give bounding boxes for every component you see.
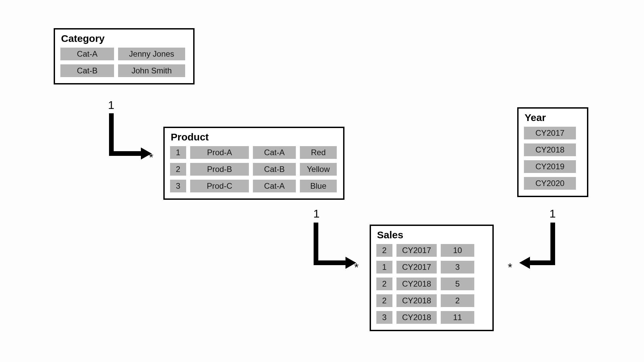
table-row: 2 CY2018 2 xyxy=(376,294,487,307)
cell: 2 xyxy=(376,244,392,257)
cell: Prod-B xyxy=(190,163,249,176)
cell: Red xyxy=(300,146,337,159)
cell: John Smith xyxy=(118,64,185,77)
entity-sales: Sales 2 CY2017 10 1 CY2017 3 2 CY2018 5 … xyxy=(370,225,494,331)
cardinality-label: 1 xyxy=(313,207,320,220)
table-row: Cat-A Jenny Jones xyxy=(60,48,188,60)
arrow-category-to-product xyxy=(107,111,154,164)
table-row: CY2019 xyxy=(524,160,582,173)
cardinality-label: * xyxy=(149,151,153,164)
entity-category-title: Category xyxy=(61,33,188,44)
table-row: CY2017 xyxy=(524,127,582,139)
cardinality-label: 1 xyxy=(108,99,114,112)
table-row: 2 Prod-B Cat-B Yellow xyxy=(170,163,338,176)
table-row: CY2018 xyxy=(524,143,582,156)
cell: Prod-C xyxy=(190,180,249,192)
cardinality-label: 1 xyxy=(549,207,556,220)
entity-sales-title: Sales xyxy=(377,229,487,241)
cell: 5 xyxy=(441,278,474,290)
cell: Cat-A xyxy=(253,180,296,192)
arrow-year-to-sales xyxy=(517,220,564,274)
cell: 3 xyxy=(170,180,186,192)
cardinality-label: * xyxy=(508,261,512,274)
cell: Yellow xyxy=(300,163,337,176)
cell: CY2018 xyxy=(396,311,437,324)
cell: CY2018 xyxy=(524,143,576,156)
arrow-product-to-sales xyxy=(312,220,359,274)
cell: CY2020 xyxy=(524,177,576,190)
cell: 10 xyxy=(441,244,474,257)
cell: Cat-A xyxy=(253,146,296,159)
cell: CY2017 xyxy=(396,261,437,274)
entity-year-title: Year xyxy=(525,112,582,123)
table-row: CY2020 xyxy=(524,177,582,190)
cell: Blue xyxy=(300,180,337,192)
table-row: 3 Prod-C Cat-A Blue xyxy=(170,180,338,192)
table-row: 3 CY2018 11 xyxy=(376,311,487,324)
table-row: 1 Prod-A Cat-A Red xyxy=(170,146,338,159)
cell: Cat-B xyxy=(253,163,296,176)
cell: Prod-A xyxy=(190,146,249,159)
entity-product: Product 1 Prod-A Cat-A Red 2 Prod-B Cat-… xyxy=(163,127,344,200)
cell: 3 xyxy=(376,311,392,324)
cell: 1 xyxy=(376,261,392,274)
cell: CY2019 xyxy=(524,160,576,173)
table-row: 2 CY2017 10 xyxy=(376,244,487,257)
cell: 3 xyxy=(441,261,474,274)
er-diagram: Category Cat-A Jenny Jones Cat-B John Sm… xyxy=(0,0,644,362)
table-row: Cat-B John Smith xyxy=(60,64,188,77)
cell: CY2017 xyxy=(524,127,576,139)
cell: 2 xyxy=(170,163,186,176)
entity-year: Year CY2017 CY2018 CY2019 CY2020 xyxy=(517,107,588,197)
cell: Jenny Jones xyxy=(118,48,185,60)
cell: 2 xyxy=(376,278,392,290)
cell: CY2017 xyxy=(396,244,437,257)
cell: CY2018 xyxy=(396,278,437,290)
cell: 2 xyxy=(441,294,474,307)
cell: 1 xyxy=(170,146,186,159)
table-row: 2 CY2018 5 xyxy=(376,278,487,290)
entity-product-title: Product xyxy=(171,131,338,143)
svg-marker-2 xyxy=(519,257,530,269)
cardinality-label: * xyxy=(354,261,359,274)
table-row: 1 CY2017 3 xyxy=(376,261,487,274)
cell: Cat-A xyxy=(60,48,114,60)
entity-category: Category Cat-A Jenny Jones Cat-B John Sm… xyxy=(54,28,195,84)
cell: 11 xyxy=(441,311,474,324)
cell: 2 xyxy=(376,294,392,307)
cell: CY2018 xyxy=(396,294,437,307)
cell: Cat-B xyxy=(60,64,114,77)
